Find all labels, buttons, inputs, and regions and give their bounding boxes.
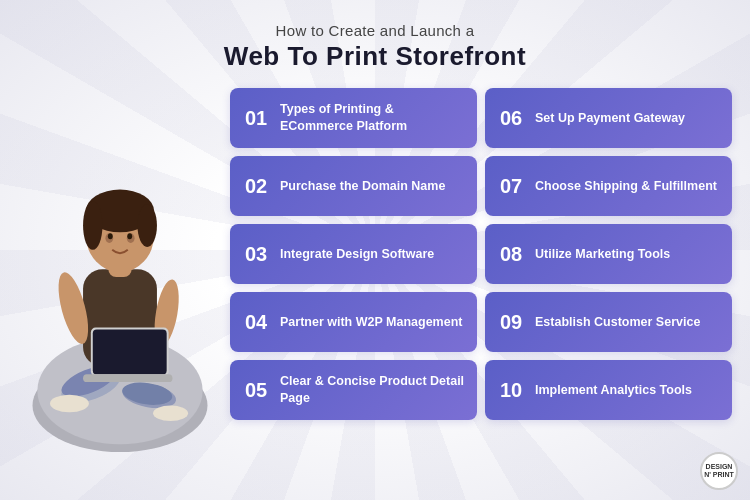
page-content: How to Create and Launch a Web To Print …	[0, 0, 750, 500]
step-label-02: Purchase the Domain Name	[280, 178, 445, 195]
step-card-07[interactable]: 07Choose Shipping & Fulfillment	[485, 156, 732, 216]
svg-point-22	[127, 233, 132, 239]
header: How to Create and Launch a Web To Print …	[0, 0, 750, 84]
step-label-01: Types of Printing & ECommerce Platform	[280, 101, 467, 135]
svg-rect-13	[83, 374, 172, 382]
step-number-07: 07	[495, 176, 527, 196]
main-layout: 01Types of Printing & ECommerce Platform…	[0, 84, 750, 454]
logo: DESIGN N' PRINT	[700, 452, 738, 490]
step-card-03[interactable]: 03Integrate Design Software	[230, 224, 477, 284]
person-illustration	[20, 104, 220, 454]
step-card-10[interactable]: 10Implement Analytics Tools	[485, 360, 732, 420]
svg-point-18	[138, 204, 157, 247]
step-number-09: 09	[495, 312, 527, 332]
step-number-04: 04	[240, 312, 272, 332]
svg-point-7	[153, 405, 188, 421]
step-card-06[interactable]: 06Set Up Payment Gateway	[485, 88, 732, 148]
svg-point-21	[108, 233, 113, 239]
person-section	[10, 84, 230, 454]
step-label-04: Partner with W2P Management	[280, 314, 462, 331]
step-card-04[interactable]: 04Partner with W2P Management	[230, 292, 477, 352]
header-title: Web To Print Storefront	[0, 41, 750, 72]
step-card-05[interactable]: 05Clear & Concise Product Detail Page	[230, 360, 477, 420]
svg-rect-12	[93, 330, 167, 375]
step-label-10: Implement Analytics Tools	[535, 382, 692, 399]
step-card-01[interactable]: 01Types of Printing & ECommerce Platform	[230, 88, 477, 148]
step-label-06: Set Up Payment Gateway	[535, 110, 685, 127]
step-label-03: Integrate Design Software	[280, 246, 434, 263]
step-card-08[interactable]: 08Utilize Marketing Tools	[485, 224, 732, 284]
step-label-05: Clear & Concise Product Detail Page	[280, 373, 467, 407]
svg-point-6	[50, 395, 89, 413]
step-number-05: 05	[240, 380, 272, 400]
steps-grid: 01Types of Printing & ECommerce Platform…	[230, 84, 740, 424]
step-number-06: 06	[495, 108, 527, 128]
step-number-01: 01	[240, 108, 272, 128]
step-card-02[interactable]: 02Purchase the Domain Name	[230, 156, 477, 216]
logo-text: DESIGN N' PRINT	[702, 463, 736, 480]
step-number-10: 10	[495, 380, 527, 400]
svg-point-17	[83, 201, 102, 250]
header-subtitle: How to Create and Launch a	[0, 22, 750, 39]
step-card-09[interactable]: 09Establish Customer Service	[485, 292, 732, 352]
step-number-03: 03	[240, 244, 272, 264]
step-label-08: Utilize Marketing Tools	[535, 246, 670, 263]
step-number-08: 08	[495, 244, 527, 264]
step-label-09: Establish Customer Service	[535, 314, 700, 331]
step-label-07: Choose Shipping & Fulfillment	[535, 178, 717, 195]
step-number-02: 02	[240, 176, 272, 196]
